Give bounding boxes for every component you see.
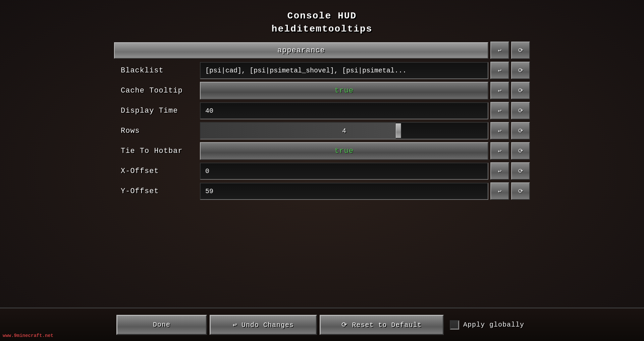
settings-rows: Blacklist↩⟳Cache Tooltiptrue↩⟳Display Ti… bbox=[114, 60, 530, 201]
setting-label-blacklist: Blacklist bbox=[114, 66, 198, 75]
slider-thumb-rows[interactable] bbox=[396, 123, 401, 138]
setting-control-tie-to-hotbar: true bbox=[200, 142, 488, 160]
setting-row-cache-tooltip: Cache Tooltiptrue↩⟳ bbox=[114, 80, 530, 101]
reset-default-button[interactable]: ⟳ Reset to Default bbox=[320, 315, 444, 335]
setting-label-display-time: Display Time bbox=[114, 107, 198, 115]
apply-globally-checkbox[interactable] bbox=[450, 320, 459, 330]
setting-label-rows: Rows bbox=[114, 127, 198, 135]
slider-track-rows bbox=[201, 123, 396, 139]
category-undo-btn[interactable]: ↩ bbox=[490, 42, 509, 59]
setting-reset-btn-rows[interactable]: ⟳ bbox=[511, 122, 530, 139]
watermark: www.9minecraft.net bbox=[3, 333, 53, 338]
setting-reset-btn-tie-to-hotbar[interactable]: ⟳ bbox=[511, 142, 530, 160]
setting-undo-btn-rows[interactable]: ↩ bbox=[490, 122, 509, 139]
setting-undo-btn-x-offset[interactable]: ↩ bbox=[490, 162, 509, 180]
done-button[interactable]: Done bbox=[116, 315, 207, 335]
setting-control-display-time bbox=[200, 102, 488, 119]
setting-input-blacklist[interactable] bbox=[200, 62, 488, 79]
setting-row-y-offset: Y-Offset↩⟳ bbox=[114, 181, 530, 201]
setting-undo-btn-cache-tooltip[interactable]: ↩ bbox=[490, 82, 509, 99]
page-title-line2: helditemtooltips bbox=[272, 22, 373, 36]
setting-input-display-time[interactable] bbox=[200, 102, 488, 119]
bottom-bar: Done ↩ Undo Changes ⟳ Reset to Default A… bbox=[0, 307, 644, 341]
setting-undo-btn-y-offset[interactable]: ↩ bbox=[490, 182, 509, 200]
setting-row-display-time: Display Time↩⟳ bbox=[114, 101, 530, 121]
setting-control-y-offset bbox=[200, 183, 488, 200]
page-title-line1: Console HUD bbox=[272, 9, 373, 22]
setting-reset-btn-blacklist[interactable]: ⟳ bbox=[511, 62, 530, 79]
setting-row-x-offset: X-Offset↩⟳ bbox=[114, 161, 530, 181]
category-row: appearance ↩ ⟳ bbox=[114, 42, 530, 59]
setting-input-x-offset[interactable] bbox=[200, 163, 488, 180]
setting-label-cache-tooltip: Cache Tooltip bbox=[114, 87, 198, 95]
setting-row-rows: Rows4↩⟳ bbox=[114, 121, 530, 141]
category-reset-btn[interactable]: ⟳ bbox=[511, 42, 530, 59]
setting-control-rows: 4 bbox=[200, 122, 488, 139]
setting-toggle-cache-tooltip[interactable]: true bbox=[200, 82, 488, 100]
setting-label-y-offset: Y-Offset bbox=[114, 187, 198, 195]
setting-reset-btn-display-time[interactable]: ⟳ bbox=[511, 102, 530, 119]
header: Console HUD helditemtooltips bbox=[272, 9, 373, 36]
undo-changes-button[interactable]: ↩ Undo Changes bbox=[210, 315, 317, 335]
setting-label-tie-to-hotbar: Tie To Hotbar bbox=[114, 147, 198, 155]
setting-control-x-offset bbox=[200, 163, 488, 180]
setting-row-tie-to-hotbar: Tie To Hotbartrue↩⟳ bbox=[114, 141, 530, 161]
setting-reset-btn-y-offset[interactable]: ⟳ bbox=[511, 182, 530, 200]
setting-undo-btn-display-time[interactable]: ↩ bbox=[490, 102, 509, 119]
settings-panel: appearance ↩ ⟳ Blacklist↩⟳Cache Tooltipt… bbox=[114, 42, 530, 201]
apply-globally-label: Apply globally bbox=[463, 321, 524, 329]
category-header: appearance bbox=[114, 42, 488, 59]
apply-globally-area: Apply globally bbox=[446, 320, 528, 330]
setting-reset-btn-x-offset[interactable]: ⟳ bbox=[511, 162, 530, 180]
setting-control-blacklist bbox=[200, 62, 488, 79]
setting-row-blacklist: Blacklist↩⟳ bbox=[114, 60, 530, 80]
setting-reset-btn-cache-tooltip[interactable]: ⟳ bbox=[511, 82, 530, 99]
setting-slider-rows[interactable]: 4 bbox=[200, 122, 488, 139]
setting-undo-btn-blacklist[interactable]: ↩ bbox=[490, 62, 509, 79]
setting-input-y-offset[interactable] bbox=[200, 183, 488, 200]
setting-toggle-tie-to-hotbar[interactable]: true bbox=[200, 142, 488, 160]
setting-control-cache-tooltip: true bbox=[200, 82, 488, 100]
setting-label-x-offset: X-Offset bbox=[114, 167, 198, 175]
setting-undo-btn-tie-to-hotbar[interactable]: ↩ bbox=[490, 142, 509, 160]
